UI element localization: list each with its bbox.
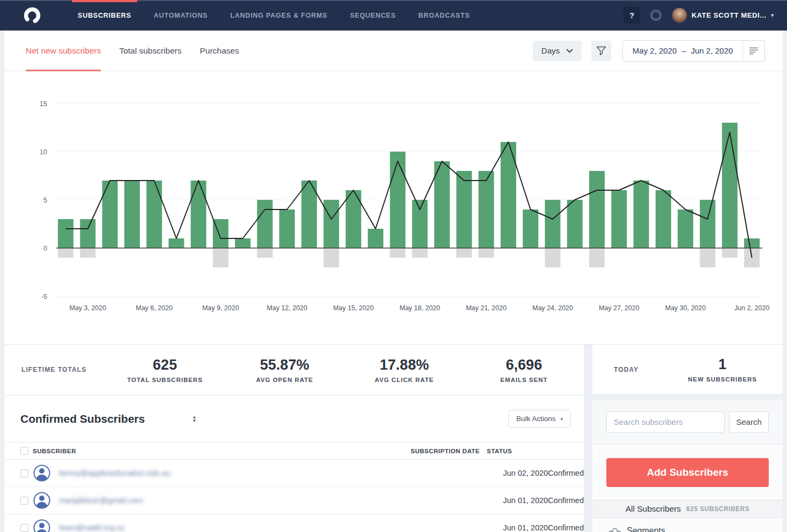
date-range-input[interactable]: May 2, 2020 – Jun 2, 2020 [622,40,765,62]
stat-value: 1 [688,356,757,373]
help-button[interactable]: ? [623,7,640,24]
chevron-down-icon: ▾ [560,416,563,422]
x-axis-tick-label: May 9, 2020 [202,304,239,312]
tab-total-subscribers[interactable]: Total subscribers [119,31,181,71]
subscriber-avatar-icon [33,464,50,482]
lost-subscribers-bar [412,248,428,258]
x-axis-tick-label: May 18, 2020 [399,304,440,312]
new-subscribers-bar [368,229,383,248]
lost-subscribers-bar [213,248,228,267]
active-nav-indicator [72,0,137,2]
account-name: KATE SCOTT MEDI... [692,11,767,19]
y-axis-tick-label: 5 [43,197,47,204]
new-subscribers-bar [634,181,649,248]
today-label: TODAY [614,366,638,373]
today-stats-card: TODAY 1 NEW SUBSCRIBERS [592,344,783,395]
new-subscribers-bar [567,200,583,248]
new-subscribers-bar [700,200,715,248]
new-subscribers-bar [412,200,428,248]
sidebar-item-all-subscribers[interactable]: All Subscribers 625 SUBSCRIBERS [592,500,783,518]
nav-item-automations[interactable]: AUTOMATIONS [143,0,219,31]
new-subscribers-bar [523,209,538,248]
account-menu[interactable]: KATE SCOTT MEDI... ▾ [672,8,774,23]
x-axis-tick-label: May 24, 2020 [532,304,573,312]
nav-item-sequences[interactable]: SEQUENCES [339,0,407,31]
filter-button[interactable] [591,41,611,61]
report-toolbar: Net new subscribers Total subscribers Pu… [4,31,783,71]
search-section: Search [592,400,783,445]
sort-down-icon: ▼ [192,419,196,423]
lost-subscribers-bar [722,248,738,258]
add-subscribers-button[interactable]: Add Subscribers [606,458,769,487]
column-subscription-date: SUBSCRIPTION DATE [411,448,487,454]
nav-item-label: LANDING PAGES & FORMS [231,12,328,19]
tab-label: Net new subscribers [26,46,101,56]
interval-label: Days [541,46,560,55]
date-separator: – [681,46,686,55]
new-subscribers-bar [102,181,118,248]
new-subscribers-bar [124,181,140,248]
y-axis-tick-label: -5 [41,293,47,301]
new-subscribers-bar [456,171,472,248]
convertkit-logo-icon[interactable] [23,6,42,25]
date-range-text: May 2, 2020 – Jun 2, 2020 [623,46,743,55]
select-all-checkbox[interactable] [20,447,28,455]
lost-subscribers-bar [323,248,339,267]
interval-dropdown[interactable]: Days [533,41,582,61]
subscribers-sidebar: Search Add Subscribers All Subscribers 6… [592,400,783,532]
status-ring-icon[interactable] [650,10,662,21]
lost-subscribers-bar [545,248,560,267]
y-axis-tick-label: 10 [40,148,47,156]
tab-label: Total subscribers [119,46,181,56]
top-navigation: SUBSCRIBERS AUTOMATIONS LANDING PAGES & … [0,0,787,31]
lifetime-totals-label: LIFETIME TOTALS [4,366,105,373]
stat-label: AVG OPEN RATE [225,377,344,383]
search-input[interactable] [606,411,725,433]
search-button[interactable]: Search [729,411,769,433]
sidebar-item-segments[interactable]: Segments [592,518,783,532]
lost-subscribers-bar [58,248,73,258]
nav-item-label: AUTOMATIONS [154,12,208,19]
new-subscribers-bar [323,200,339,248]
lost-subscribers-bar [80,248,95,258]
new-subscribers-bar [611,190,627,248]
tab-net-new-subscribers[interactable]: Net new subscribers [26,31,101,71]
bulk-actions-label: Bulk Actions [516,415,556,423]
table-row[interactable]: marijaleksic@gmail.com Jun 01, 2020 Conf… [4,487,584,514]
tab-purchases[interactable]: Purchases [200,31,239,71]
subscriber-email: benny@appleseducation.edu.au [59,469,503,477]
tab-label: Purchases [200,46,239,56]
lifetime-stats-row: LIFETIME TOTALS 625 TOTAL SUBSCRIBERS 55… [4,344,584,395]
stat-avg-open-rate: 55.87% AVG OPEN RATE [225,357,344,383]
nav-item-subscribers[interactable]: SUBSCRIBERS [66,0,143,31]
column-status: STATUS [487,448,584,454]
new-subscribers-bar [80,219,95,248]
row-checkbox[interactable] [20,497,28,505]
stat-new-subscribers-today: 1 NEW SUBSCRIBERS [688,356,757,383]
stat-value: 6,696 [464,357,584,373]
table-row[interactable]: benny@appleseducation.edu.au Jun 02, 202… [4,460,584,487]
stat-value: 55.87% [225,357,344,373]
nav-item-label: SEQUENCES [350,12,396,19]
lost-subscribers-bar [456,248,472,258]
nav-item-landing-pages-forms[interactable]: LANDING PAGES & FORMS [219,0,339,31]
new-subscribers-bar [235,238,250,248]
chevron-down-icon: ▾ [771,12,774,19]
status-badge: Confirmed [548,496,584,505]
new-subscribers-bar [58,219,73,248]
nav-right-controls: ? KATE SCOTT MEDI... ▾ [623,7,774,24]
x-axis-tick-label: May 27, 2020 [599,304,640,312]
page-title: Confirmed Subscribers [20,413,145,425]
bulk-actions-button[interactable]: Bulk Actions ▾ [508,410,571,428]
sort-toggle-icon[interactable]: ▲ ▼ [192,415,196,423]
stat-avg-click-rate: 17.88% AVG CLICK RATE [345,357,464,383]
date-presets-button[interactable] [743,41,764,61]
row-checkbox[interactable] [20,524,28,532]
y-axis-tick-label: 0 [43,245,47,252]
stat-value: 17.88% [345,357,464,373]
stat-label: EMAILS SENT [464,377,584,383]
row-checkbox[interactable] [20,469,28,477]
table-row[interactable]: team@sadd.org.nz Jun 01, 2020 Confirmed [4,514,584,532]
stat-label: TOTAL SUBSCRIBERS [105,377,225,383]
nav-item-broadcasts[interactable]: BROADCASTS [407,0,481,31]
